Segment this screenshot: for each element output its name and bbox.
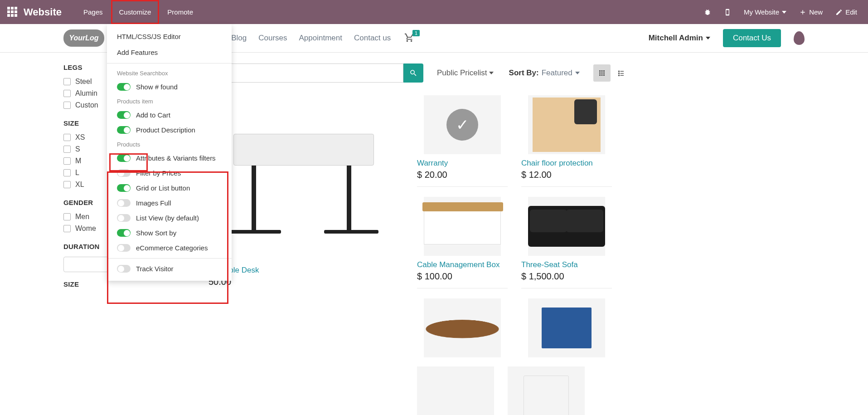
toggle-ecommerce-categories[interactable]: eCommerce Categories	[107, 240, 232, 255]
cart-button[interactable]: 1	[404, 33, 414, 44]
product-name[interactable]: Chair floor protection	[521, 159, 612, 168]
product-card[interactable]: Chair floor protection $ 12.00	[521, 95, 612, 187]
toggle-show-found[interactable]: Show # found	[107, 79, 232, 94]
theme-icon[interactable]	[794, 31, 805, 45]
checkbox[interactable]	[63, 90, 71, 97]
caret-down-icon	[489, 72, 494, 74]
search-row: Public Pricelist Sort By: Featured	[209, 63, 805, 83]
grid-view-button[interactable]	[593, 64, 611, 82]
checkbox[interactable]	[63, 213, 71, 220]
nav-appointment[interactable]: Appointment	[299, 34, 342, 43]
checkbox[interactable]	[63, 157, 71, 165]
toggle-switch[interactable]	[117, 244, 131, 252]
menu-promote[interactable]: Promote	[159, 0, 201, 24]
checkbox[interactable]	[63, 169, 71, 176]
nav-courses[interactable]: Courses	[258, 34, 287, 43]
toggle-label: eCommerce Categories	[136, 244, 208, 252]
pricelist-dropdown[interactable]: Public Pricelist	[437, 68, 494, 78]
sortby-dropdown[interactable]: Sort By: Featured	[509, 68, 580, 78]
toggle-switch[interactable]	[117, 184, 131, 192]
toggle-switch[interactable]	[117, 111, 131, 119]
product-hero[interactable]: omizable Desk 50.00	[209, 95, 403, 362]
toggle-show-sort-by[interactable]: Show Sort by	[107, 225, 232, 240]
product-image	[424, 298, 501, 357]
filter-label: XL	[75, 181, 84, 189]
product-card[interactable]: Three-Seat Sofa $ 1,500.00	[521, 197, 612, 288]
list-view-button[interactable]	[612, 64, 630, 82]
menu-pages[interactable]: Pages	[75, 0, 111, 24]
toggle-switch[interactable]	[117, 169, 131, 177]
toggle-add-to-cart[interactable]: Add to Cart	[107, 107, 232, 122]
pricelist-label: Public Pricelist	[437, 68, 487, 78]
filter-title: SIZE	[63, 280, 195, 288]
nav-contact[interactable]: Contact us	[354, 34, 391, 43]
pencil-icon	[835, 9, 843, 16]
menu-customize[interactable]: Customize	[111, 0, 160, 24]
toggle-grid-list[interactable]: Grid or List button	[107, 181, 232, 195]
toggle-filter-prices[interactable]: Filter by Prices	[107, 166, 232, 181]
toggle-track-visitor[interactable]: Track Visitor	[107, 261, 232, 276]
product-name[interactable]: Three-Seat Sofa	[521, 260, 612, 269]
apps-icon[interactable]	[7, 7, 18, 18]
product-price: $ 100.00	[417, 271, 508, 282]
search-input[interactable]	[209, 63, 403, 83]
checkbox[interactable]	[63, 181, 71, 188]
checkbox[interactable]	[63, 225, 71, 232]
toggle-label: Grid or List button	[136, 184, 190, 192]
checkbox[interactable]	[63, 134, 71, 141]
toggle-switch[interactable]	[117, 126, 131, 134]
toggle-switch[interactable]	[117, 265, 131, 273]
toggle-label: Show Sort by	[136, 229, 176, 237]
search-button[interactable]	[403, 63, 423, 83]
filter-label: Alumin	[75, 89, 97, 98]
content-area: Public Pricelist Sort By: Featured omiza…	[204, 53, 805, 415]
product-image	[209, 95, 403, 263]
site-logo[interactable]: YourLog	[63, 29, 104, 47]
filter-label: M	[75, 157, 81, 165]
toggle-product-description[interactable]: Product Description	[107, 122, 232, 137]
toggle-attributes-variants[interactable]: Attributes & Variants filters	[107, 151, 232, 166]
sortby-label: Sort By:	[509, 68, 539, 78]
product-name[interactable]: omizable Desk	[209, 266, 403, 275]
toggle-label: Product Description	[136, 126, 195, 134]
toggle-list-view-default[interactable]: List View (by default)	[107, 210, 232, 225]
user-dropdown[interactable]: Mitchell Admin	[649, 34, 710, 43]
product-image	[528, 298, 605, 357]
toggle-switch[interactable]	[117, 83, 131, 91]
product-image	[508, 366, 585, 415]
product-card[interactable]: ✓ Warranty $ 20.00	[417, 95, 508, 187]
dd-section-searchbox: Website Searchbox	[107, 66, 232, 79]
toggle-label: Images Full	[136, 199, 171, 207]
checkbox[interactable]	[63, 146, 71, 153]
toggle-label: List View (by default)	[136, 214, 199, 222]
my-website-dropdown[interactable]: My Website	[737, 8, 793, 16]
checkbox[interactable]	[63, 78, 71, 85]
toggle-switch[interactable]	[117, 154, 131, 162]
contact-us-button[interactable]: Contact Us	[723, 29, 781, 47]
edit-button[interactable]: Edit	[829, 8, 863, 16]
caret-down-icon	[782, 11, 786, 14]
dd-add-features[interactable]: Add Features	[107, 44, 232, 60]
filter-label: L	[75, 169, 79, 177]
product-name[interactable]: Warranty	[417, 159, 508, 168]
product-name[interactable]: Cable Management Box	[417, 260, 508, 269]
new-button[interactable]: New	[793, 8, 829, 16]
filter-label: S	[75, 145, 80, 153]
product-price: $ 1,500.00	[521, 271, 612, 282]
toggle-images-full[interactable]: Images Full	[107, 195, 232, 210]
brand-label[interactable]: Website	[24, 6, 62, 18]
toggle-switch[interactable]	[117, 199, 131, 207]
list-icon	[617, 69, 625, 77]
toggle-switch[interactable]	[117, 214, 131, 222]
toggle-switch[interactable]	[117, 229, 131, 237]
dd-html-editor[interactable]: HTML/CSS/JS Editor	[107, 29, 232, 44]
filter-label: Steel	[75, 78, 92, 86]
mobile-icon[interactable]	[718, 9, 737, 16]
nav-blog[interactable]: Blog	[231, 34, 247, 43]
product-card[interactable]: Cable Management Box $ 100.00	[417, 197, 508, 288]
checkbox[interactable]	[63, 102, 71, 109]
toggle-label: Show # found	[136, 83, 178, 91]
dd-section-products: Products	[107, 137, 232, 151]
toggle-label: Attributes & Variants filters	[136, 154, 216, 162]
bug-icon[interactable]	[698, 9, 718, 16]
